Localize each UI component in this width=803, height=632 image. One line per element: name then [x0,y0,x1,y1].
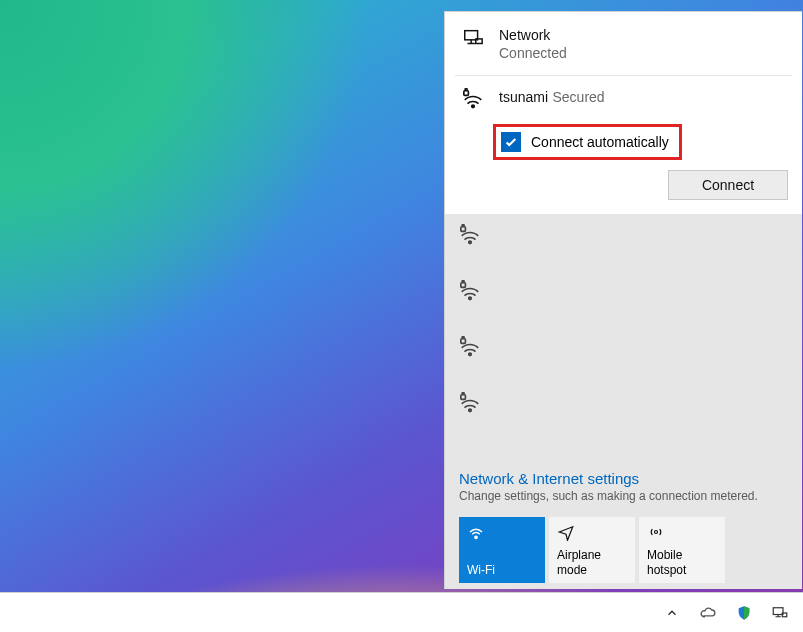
windows-security-shield-icon[interactable] [735,604,753,622]
selected-ssid: tsunami [499,89,548,105]
wifi-secured-icon [459,400,481,417]
current-connection[interactable]: Network Connected [445,12,802,75]
tile-hotspot[interactable]: Mobile hotspot [639,517,725,583]
quick-action-tiles: Wi-Fi Airplane mode Mobile hotspot [459,517,788,583]
tile-wifi-label: Wi-Fi [467,563,537,577]
selected-network[interactable]: tsunami Secured Connect automatically Co… [445,76,802,214]
network-settings-link[interactable]: Network & Internet settings [459,470,788,487]
svg-rect-5 [461,227,466,232]
annotation-highlight: Connect automatically [493,124,682,160]
wifi-secured-icon [459,232,481,249]
network-settings-desc: Change settings, such as making a connec… [459,489,788,503]
svg-point-10 [469,409,472,412]
flyout-footer: Network & Internet settings Change setti… [445,460,802,589]
connect-automatically-label: Connect automatically [531,134,669,150]
svg-rect-7 [461,283,466,288]
svg-point-12 [475,536,477,538]
wifi-secured-icon [459,344,481,361]
list-item[interactable] [459,336,788,362]
svg-rect-14 [773,607,783,614]
svg-rect-9 [461,339,466,344]
svg-rect-11 [461,395,466,400]
ethernet-icon [459,27,487,61]
svg-rect-1 [476,39,482,44]
list-item[interactable] [459,392,788,418]
tray-overflow-chevron-icon[interactable] [663,604,681,622]
list-item[interactable] [459,224,788,250]
wifi-icon [467,523,537,541]
network-tray-icon[interactable] [771,604,789,622]
wifi-secured-icon [459,88,487,110]
current-network-title: Network [499,27,567,43]
svg-rect-3 [464,91,469,96]
svg-point-13 [655,531,658,534]
list-item[interactable] [459,280,788,306]
tile-airplane[interactable]: Airplane mode [549,517,635,583]
taskbar[interactable] [0,592,803,632]
current-network-status: Connected [499,45,567,61]
selected-security: Secured [552,89,604,105]
tile-hotspot-label: Mobile hotspot [647,548,717,577]
hotspot-icon [647,523,717,541]
svg-point-8 [469,353,472,356]
available-networks-list[interactable] [445,214,802,460]
connect-automatically-checkbox[interactable] [501,132,521,152]
connect-button[interactable]: Connect [668,170,788,200]
svg-point-2 [472,105,475,108]
wifi-secured-icon [459,288,481,305]
svg-point-6 [469,297,472,300]
airplane-icon [557,523,627,541]
network-flyout: Network Connected tsunami Secured [444,11,802,589]
svg-point-4 [469,241,472,244]
tile-wifi[interactable]: Wi-Fi [459,517,545,583]
onedrive-cloud-icon[interactable] [699,604,717,622]
tile-airplane-label: Airplane mode [557,548,627,577]
